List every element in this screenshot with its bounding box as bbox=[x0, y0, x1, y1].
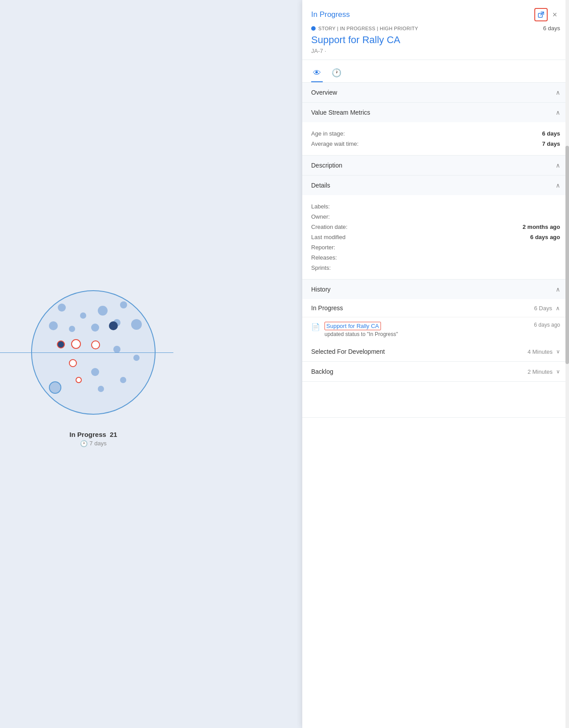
details-header[interactable]: Details ∧ bbox=[302, 176, 569, 195]
external-link-button[interactable] bbox=[534, 8, 548, 21]
cluster-count: 21 bbox=[110, 431, 117, 438]
history-entry-content: Support for Rally CA updated status to "… bbox=[325, 322, 529, 337]
reporter-row: Reporter: bbox=[311, 242, 560, 252]
card-header: In Progress × STORY | IN PROGRESS | HIGH… bbox=[302, 0, 569, 60]
backlog-section[interactable]: Backlog 2 Minutes ∨ bbox=[302, 362, 569, 382]
sprints-row: Sprints: bbox=[311, 263, 560, 273]
left-panel: In Progress 21 🕐 7 days bbox=[0, 0, 187, 728]
clock-icon: 🕐 bbox=[332, 68, 341, 77]
bubble-dot bbox=[91, 368, 99, 376]
age-in-stage-label: Age in stage: bbox=[311, 130, 345, 137]
details-chevron-icon: ∧ bbox=[556, 182, 560, 189]
bubble-dot bbox=[98, 386, 104, 392]
story-meta-text: STORY | IN PROGRESS | HIGH PRIORITY bbox=[318, 26, 418, 31]
description-chevron-icon: ∧ bbox=[556, 162, 560, 169]
bubble-dot bbox=[113, 346, 120, 353]
close-button[interactable]: × bbox=[549, 9, 560, 20]
history-entry: 📄 Support for Rally CA updated status to… bbox=[302, 317, 569, 342]
selected-for-dev-meta: 4 Minutes ∨ bbox=[528, 348, 560, 355]
history-in-progress-chevron-icon: ∧ bbox=[556, 305, 560, 312]
bubble-selected bbox=[57, 340, 65, 348]
cluster-title: In Progress 21 bbox=[69, 431, 117, 438]
history-header[interactable]: History ∧ bbox=[302, 280, 569, 299]
tabs-row: 👁 🕐 bbox=[302, 60, 569, 82]
owner-row: Owner: bbox=[311, 212, 560, 222]
overview-section: Overview ∧ bbox=[302, 83, 569, 103]
history-entry-link[interactable]: Support for Rally CA bbox=[325, 322, 381, 330]
cluster-status: In Progress bbox=[69, 431, 106, 438]
releases-label: Releases: bbox=[311, 254, 365, 261]
bottom-spacer bbox=[302, 382, 569, 417]
creation-date-value: 2 months ago bbox=[522, 224, 560, 230]
tab-overview[interactable]: 👁 bbox=[311, 65, 323, 82]
selected-for-dev-duration: 4 Minutes bbox=[528, 348, 553, 355]
backlog-label: Backlog bbox=[311, 368, 333, 375]
card-header-top: In Progress × bbox=[311, 8, 560, 21]
details-section: Details ∧ Labels: Owner: Creation date: … bbox=[302, 176, 569, 280]
tab-history[interactable]: 🕐 bbox=[330, 64, 343, 82]
value-stream-header[interactable]: Value Stream Metrics ∧ bbox=[302, 103, 569, 122]
cluster-label: In Progress 21 🕐 7 days bbox=[69, 431, 117, 447]
details-title: Details bbox=[311, 182, 330, 189]
detail-card: In Progress × STORY | IN PROGRESS | HIGH… bbox=[302, 0, 569, 728]
age-in-stage-row: Age in stage: 6 days bbox=[311, 128, 560, 139]
value-stream-chevron-icon: ∧ bbox=[556, 109, 560, 116]
bubble-dot bbox=[69, 326, 75, 332]
history-chevron-icon: ∧ bbox=[556, 286, 560, 293]
value-stream-content: Age in stage: 6 days Average wait time: … bbox=[302, 122, 569, 155]
creation-date-row: Creation date: 2 months ago bbox=[311, 222, 560, 232]
cluster-days: 7 days bbox=[89, 440, 106, 447]
history-in-progress-duration: 6 Days bbox=[534, 305, 552, 312]
story-days-value: 6 days bbox=[543, 25, 560, 32]
age-in-stage-value: 6 days bbox=[542, 130, 560, 137]
avg-wait-value: 7 days bbox=[542, 140, 560, 147]
header-actions: × bbox=[534, 8, 560, 21]
releases-row: Releases: bbox=[311, 252, 560, 263]
last-modified-value: 6 days ago bbox=[530, 234, 560, 240]
last-modified-row: Last modified 6 days ago bbox=[311, 232, 560, 242]
history-title: History bbox=[311, 286, 331, 293]
cluster-subtitle: 🕐 7 days bbox=[69, 440, 117, 447]
bubble-outline bbox=[91, 340, 100, 349]
history-in-progress-meta: 6 Days ∧ bbox=[534, 305, 560, 312]
selected-for-dev-section[interactable]: Selected For Development 4 Minutes ∨ bbox=[302, 342, 569, 362]
labels-label: Labels: bbox=[311, 203, 365, 210]
backlog-chevron-icon: ∨ bbox=[556, 368, 560, 375]
backlog-duration: 2 Minutes bbox=[528, 368, 553, 375]
owner-label: Owner: bbox=[311, 213, 365, 220]
history-in-progress-label: In Progress bbox=[311, 304, 343, 312]
reporter-label: Reporter: bbox=[311, 244, 365, 251]
story-badges: STORY | IN PROGRESS | HIGH PRIORITY bbox=[311, 26, 418, 31]
description-header[interactable]: Description ∧ bbox=[302, 156, 569, 175]
overview-title: Overview bbox=[311, 89, 337, 96]
bubble-dot bbox=[120, 301, 127, 308]
value-stream-title: Value Stream Metrics bbox=[311, 109, 370, 116]
bubble-dot bbox=[58, 304, 66, 312]
labels-row: Labels: bbox=[311, 201, 560, 212]
selected-for-dev-label: Selected For Development bbox=[311, 348, 385, 355]
document-icon: 📄 bbox=[311, 323, 320, 331]
card-status-title: In Progress bbox=[311, 10, 350, 19]
last-modified-label: Last modified bbox=[311, 234, 365, 240]
metrics-table: Age in stage: 6 days Average wait time: … bbox=[311, 128, 560, 149]
bubble-dot bbox=[133, 355, 140, 361]
details-content: Labels: Owner: Creation date: 2 months a… bbox=[302, 195, 569, 279]
history-in-progress-row[interactable]: In Progress 6 Days ∧ bbox=[302, 299, 569, 317]
story-meta-row: STORY | IN PROGRESS | HIGH PRIORITY 6 da… bbox=[311, 25, 560, 32]
scrollbar-thumb[interactable] bbox=[565, 146, 569, 364]
eye-icon: 👁 bbox=[313, 68, 321, 77]
description-title: Description bbox=[311, 162, 342, 169]
scrollbar[interactable] bbox=[565, 0, 569, 728]
history-section: History ∧ In Progress 6 Days ∧ 📄 Support… bbox=[302, 280, 569, 418]
bubble-dot bbox=[131, 319, 142, 330]
bubble-chart bbox=[22, 281, 164, 424]
overview-chevron-icon: ∧ bbox=[556, 89, 560, 96]
bubble-dark bbox=[109, 321, 118, 330]
bubble-dot bbox=[91, 324, 99, 332]
overview-section-header[interactable]: Overview ∧ bbox=[302, 83, 569, 102]
avg-wait-row: Average wait time: 7 days bbox=[311, 139, 560, 149]
bubble-outline bbox=[76, 377, 82, 383]
bubble-dot bbox=[49, 321, 58, 330]
value-stream-section: Value Stream Metrics ∧ Age in stage: 6 d… bbox=[302, 103, 569, 156]
bubble-outline bbox=[69, 359, 77, 367]
